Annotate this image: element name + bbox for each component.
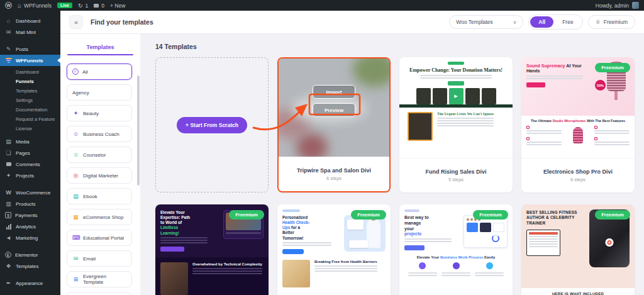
freemium-badge: Freemium	[229, 210, 264, 220]
template-title: Fund Rising Sales Divi	[425, 169, 486, 175]
category-counselor[interactable]: ☺ Counselor	[67, 147, 132, 163]
wordpress-logo-icon[interactable]: W	[5, 2, 12, 9]
templates-main: 14 Templates + Start From Scratch Import…	[140, 34, 644, 295]
import-button[interactable]: Import	[313, 85, 355, 99]
comment-bubble-icon	[6, 162, 11, 166]
template-card-education[interactable]: Freemium Elevate Your Expertise: Path to…	[155, 204, 269, 295]
templates-grid: + Start From Scratch Import Preview Trip…	[155, 57, 635, 295]
category-business-coach[interactable]: ☺ Business Coach	[67, 126, 132, 142]
sidebar-item-appearance[interactable]: ✒ Appearance	[0, 277, 60, 289]
sidebar-label: Payments	[15, 213, 38, 218]
template-preview-image: Sound Supremacy At Your Hands 50% The Ul…	[521, 57, 635, 158]
sidebar-item-payments[interactable]: $ Payments	[0, 209, 60, 221]
tab-templates[interactable]: Templates	[87, 44, 114, 54]
sidebar-item-dashboard[interactable]: ⌂ Dashboard	[0, 15, 60, 26]
filter-freemium-button[interactable]: ♕ Freemium	[588, 15, 635, 29]
sidebar-item-analytics[interactable]: Analytics	[0, 221, 60, 232]
preview-headline: BEST SELLING FITNESS AUTHOR & CELEBRITY …	[526, 210, 580, 226]
category-health-supplement[interactable]: ✚ Health Supplement	[67, 292, 132, 295]
filter-free-button[interactable]: Free	[555, 16, 580, 28]
preview-section-heading: The Ultimate	[531, 119, 553, 123]
doctor-photo	[344, 215, 386, 252]
preview-headline: Best way to	[404, 215, 429, 220]
crown-icon: ♕	[596, 19, 601, 25]
cart-icon: ▦	[72, 214, 79, 220]
sidebar-label: Projects	[16, 173, 34, 179]
preview-section-accent: Business Work Process	[440, 255, 483, 259]
back-button[interactable]: «	[69, 15, 83, 29]
category-email[interactable]: ✉ Email	[67, 250, 132, 267]
sidebar-item-templates[interactable]: ❖ Templates	[0, 260, 60, 272]
template-steps: 6 steps	[570, 177, 586, 182]
sidebar-item-media[interactable]: ▤ Media	[0, 136, 60, 147]
elementor-icon: E	[5, 252, 11, 258]
preview-thumbnails: ▶	[405, 88, 507, 104]
submenu-item-settings[interactable]: Settings	[0, 96, 60, 105]
sidebar-item-mail-mint[interactable]: ✉ Mail Mint	[0, 26, 60, 38]
preview-headline-mid: manage your	[404, 221, 421, 231]
wpfunnels-submenu: Dashboard Funnels Templates Settings Doc…	[0, 66, 60, 136]
template-card-health-checkup[interactable]: Freemium Personalized Health Check-Ups f…	[277, 204, 391, 295]
submenu-item-funnels[interactable]: Funnels	[0, 77, 60, 86]
start-from-scratch-button[interactable]: + Start From Scratch	[177, 117, 247, 133]
sidebar-item-projects[interactable]: ✦ Projects	[0, 170, 60, 181]
submenu-item-dashboard[interactable]: Dashboard	[0, 67, 60, 77]
category-beauty[interactable]: ✦ Beauty	[67, 105, 132, 121]
template-card-electronics-shop[interactable]: Freemium Sound Supremacy At Your Hands 5…	[521, 57, 635, 192]
chevron-down-icon: ∨	[513, 19, 516, 25]
sidebar-label: Products	[16, 201, 36, 207]
start-from-scratch-card[interactable]: + Start From Scratch	[155, 57, 269, 192]
template-card-project-management[interactable]: Freemium Best way to manage your project…	[399, 204, 513, 295]
sidebar-item-products[interactable]: ▥ Products	[0, 198, 60, 209]
coach-icon: ☺	[72, 131, 79, 137]
filter-all-button[interactable]: All	[530, 16, 553, 28]
user-avatar[interactable]	[632, 2, 639, 9]
new-content-link[interactable]: + New	[110, 3, 125, 9]
preview-section-accent: Studio Microphones	[553, 119, 586, 123]
category-evergreen-template[interactable]: ⊞ Evergreen Template	[67, 271, 132, 287]
category-label: Agency	[72, 90, 89, 96]
template-type-dropdown[interactable]: Woo Templates ∨	[449, 15, 523, 29]
category-agency[interactable]: Agency	[67, 84, 132, 101]
template-card-fitness[interactable]: Freemium BEST SELLING FITNESS AUTHOR & C…	[521, 204, 635, 295]
new-label: + New	[110, 3, 125, 9]
category-all[interactable]: ✓ All	[67, 64, 132, 80]
sidebar-label: Analytics	[16, 224, 36, 230]
sidebar-item-pages[interactable]: ❏ Pages	[0, 147, 60, 159]
preview-photo	[282, 260, 310, 287]
sidebar-item-marketing[interactable]: ◄ Marketing	[0, 232, 60, 243]
category-list: ✓ All Agency ✦ Beauty ☺ Business Coach ☺…	[60, 55, 140, 295]
comments-link[interactable]: 0	[94, 3, 104, 9]
template-card-fund-rising[interactable]: Empower Change: Your Donation Matters! ▶…	[399, 57, 513, 192]
template-card-tripwire-spa-salon[interactable]: Import Preview Tripwire Spa and Salon Di…	[277, 57, 391, 192]
category-digital-marketer[interactable]: ◎ Digital Marketer	[67, 167, 132, 184]
sidebar-item-wpfunnels[interactable]: WPFunnels	[0, 55, 60, 66]
category-educational-portal[interactable]: ⌨ Educational Portal	[67, 230, 132, 246]
media-icon: ▤	[5, 138, 12, 145]
sidebar-label: Posts	[16, 47, 28, 52]
submenu-item-license[interactable]: License	[0, 124, 60, 133]
sidebar-item-posts[interactable]: ✎ Posts	[0, 43, 60, 55]
category-label: Email	[83, 256, 96, 262]
sidebar-item-comments[interactable]: Comments	[0, 159, 60, 170]
people-icon: ☺	[72, 152, 79, 158]
preview-photo	[160, 262, 188, 295]
sidebar-item-woocommerce[interactable]: W WooCommerce	[0, 187, 60, 198]
sidebar-item-elementor[interactable]: E Elementor	[0, 249, 60, 260]
category-scrollbar[interactable]	[137, 75, 140, 186]
preview-button[interactable]: Preview	[313, 103, 355, 117]
sidebar-label: Media	[16, 139, 30, 145]
sidebar-label: Marketing	[16, 235, 38, 241]
sidebar-label: Comments	[16, 162, 40, 167]
howdy-text[interactable]: Howdy, admin	[596, 3, 629, 9]
category-label: Evergreen Template	[83, 274, 126, 285]
category-ecommerce-shop[interactable]: ▦ eCommerce Shop	[67, 209, 132, 225]
category-ebook[interactable]: ▤ Ebook	[67, 188, 132, 204]
site-name-link[interactable]: ⌂ WPFunnels	[18, 2, 52, 9]
updates-link[interactable]: ↻ 1	[78, 3, 88, 9]
submenu-item-templates[interactable]: Templates	[0, 86, 60, 96]
submenu-item-request-a-feature[interactable]: Request a Feature	[0, 114, 60, 124]
submenu-item-documentation[interactable]: Documentation	[0, 105, 60, 114]
template-preview-image: Import Preview	[279, 58, 389, 157]
category-label: Digital Marketer	[83, 173, 118, 179]
